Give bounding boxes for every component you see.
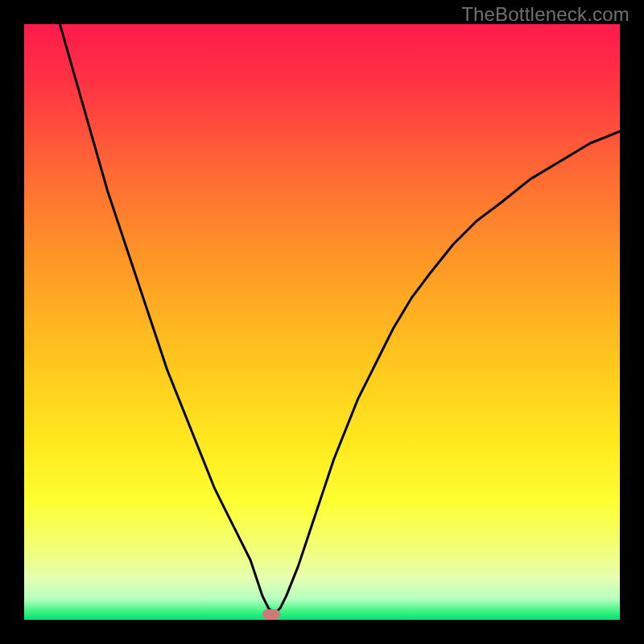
watermark-text: TheBottleneck.com bbox=[461, 3, 630, 26]
app-frame: TheBottleneck.com bbox=[0, 0, 644, 644]
bottleneck-curve bbox=[24, 24, 620, 620]
optimal-point-marker bbox=[262, 609, 280, 619]
plot-area bbox=[24, 24, 620, 620]
